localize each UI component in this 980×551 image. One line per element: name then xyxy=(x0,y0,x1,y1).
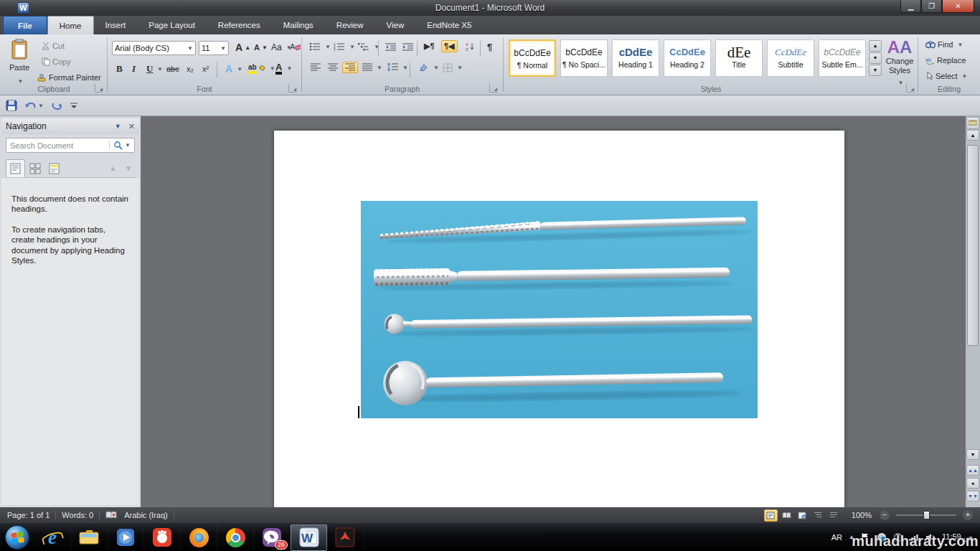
shading-button[interactable]: ▼ xyxy=(415,62,442,74)
font-color-button[interactable]: A ▼ xyxy=(273,61,295,76)
search-icon[interactable] xyxy=(109,141,123,150)
clipboard-dialog-launcher[interactable] xyxy=(95,84,103,93)
restore-button[interactable]: ❐ xyxy=(921,0,942,13)
bullets-button[interactable]: ▼ xyxy=(306,41,334,52)
select-button[interactable]: Select▼ xyxy=(923,70,971,82)
text-effects-button[interactable]: A▼ xyxy=(222,62,245,76)
font-dialog-launcher[interactable] xyxy=(288,84,297,93)
shrink-font-button[interactable]: A▼ xyxy=(251,42,270,53)
styles-dialog-launcher[interactable] xyxy=(906,84,915,93)
page-indicator[interactable]: Page: 1 of 1 xyxy=(7,511,50,519)
styles-scroll-up[interactable]: ▲ xyxy=(869,40,882,52)
sync-tray-icon[interactable] xyxy=(877,532,887,542)
style-heading2[interactable]: CcDdEeHeading 2 xyxy=(664,39,711,77)
justify-button[interactable]: ▼ xyxy=(359,62,385,73)
document-page[interactable] xyxy=(274,131,844,507)
next-heading-arrow[interactable]: ▼ xyxy=(125,164,132,172)
qat-customize-icon[interactable] xyxy=(70,102,78,109)
safely-remove-hardware-icon[interactable] xyxy=(893,532,903,542)
word-count[interactable]: Words: 0 xyxy=(62,511,93,519)
zoom-out-button[interactable]: − xyxy=(880,510,890,520)
nav-pane-close-icon[interactable]: ✕ xyxy=(128,122,135,131)
italic-button[interactable]: I xyxy=(129,62,138,76)
taskbar-windows-explorer[interactable] xyxy=(71,524,108,551)
word-app-icon[interactable]: W xyxy=(17,2,29,14)
start-button[interactable] xyxy=(0,524,34,551)
superscript-button[interactable]: x² xyxy=(199,63,212,75)
underline-dropdown[interactable]: ▼ xyxy=(157,66,163,72)
taskbar-viber[interactable]: 26 xyxy=(254,524,291,551)
line-spacing-button[interactable]: ▼ xyxy=(384,62,411,73)
print-layout-view-button[interactable] xyxy=(764,509,778,522)
search-options-arrow[interactable]: ▼ xyxy=(125,142,131,149)
subscript-button[interactable]: x₂ xyxy=(184,63,197,75)
next-page-button[interactable]: ▼▼ xyxy=(966,491,979,501)
style-title[interactable]: dEeTitle xyxy=(715,39,763,77)
underline-button[interactable]: U xyxy=(143,62,156,76)
copy-button[interactable]: Copy xyxy=(39,56,74,67)
redo-icon[interactable] xyxy=(51,100,62,110)
minimize-button[interactable]: ▁ xyxy=(900,0,921,13)
taskbar-internet-explorer[interactable]: e xyxy=(34,524,71,551)
undo-button[interactable]: ▼ xyxy=(24,100,44,110)
action-center-flag-icon[interactable] xyxy=(861,532,870,542)
font-name-combo[interactable]: Arial (Body CS)▼ xyxy=(112,41,196,55)
undo-dropdown[interactable]: ▼ xyxy=(38,103,44,109)
zoom-slider-thumb[interactable] xyxy=(923,511,930,519)
numbering-button[interactable]: 123▼ xyxy=(331,41,358,52)
tab-home[interactable]: Home xyxy=(47,16,94,34)
tab-mailings[interactable]: Mailings xyxy=(272,16,325,34)
taskbar-gom-player[interactable] xyxy=(144,524,181,551)
bold-button[interactable]: B xyxy=(113,62,126,76)
web-layout-view-button[interactable] xyxy=(796,509,809,522)
search-document-input[interactable]: Search Document ▼ xyxy=(6,138,135,153)
dental-burs-picture[interactable] xyxy=(361,201,758,418)
proofing-status-icon[interactable] xyxy=(105,511,117,519)
zoom-in-button[interactable]: + xyxy=(963,510,973,520)
styles-scroll-down[interactable]: ▼ xyxy=(869,52,882,64)
volume-icon[interactable] xyxy=(925,533,936,542)
taskbar-chrome[interactable] xyxy=(217,524,254,551)
language-bar[interactable]: AR xyxy=(831,533,842,542)
style-heading1[interactable]: cDdEeHeading 1 xyxy=(612,39,659,77)
draft-view-button[interactable] xyxy=(827,509,841,522)
nav-tab-headings[interactable] xyxy=(6,159,25,177)
taskbar-adobe-reader[interactable] xyxy=(327,524,364,551)
strikethrough-button[interactable]: abc xyxy=(164,63,182,75)
tab-view[interactable]: View xyxy=(375,16,416,34)
tab-insert[interactable]: Insert xyxy=(94,16,138,34)
taskbar-word-active[interactable]: W xyxy=(291,524,327,551)
previous-heading-arrow[interactable]: ▲ xyxy=(109,164,116,172)
scrollbar-thumb[interactable] xyxy=(967,145,979,346)
tab-endnote[interactable]: EndNote X5 xyxy=(415,16,483,34)
select-browse-object-button[interactable]: ● xyxy=(966,478,979,489)
language-indicator[interactable]: Arabic (Iraq) xyxy=(124,511,168,519)
paste-button[interactable]: Paste ▼ xyxy=(6,39,33,86)
change-styles-button[interactable]: AA Change Styles ▼ xyxy=(885,38,915,88)
previous-page-button[interactable]: ▲▲ xyxy=(966,465,979,476)
close-button[interactable]: ✕ xyxy=(942,0,974,13)
network-signal-icon[interactable] xyxy=(909,533,919,542)
taskbar-media-player[interactable] xyxy=(108,524,144,551)
zoom-slider[interactable] xyxy=(896,514,956,516)
grow-font-button[interactable]: A▲ xyxy=(232,40,253,55)
align-right-button[interactable] xyxy=(342,62,358,73)
show-hide-marks-button[interactable]: ¶ xyxy=(484,40,495,54)
nav-tab-results[interactable] xyxy=(44,159,64,177)
taskbar-firefox[interactable] xyxy=(181,524,217,551)
borders-button[interactable]: ▼ xyxy=(440,62,466,74)
find-button[interactable]: Find▼ xyxy=(923,39,966,50)
scroll-down-arrow[interactable]: ▼ xyxy=(966,449,979,460)
style-subtle-emphasis[interactable]: bCcDdEeSubtle Em... xyxy=(819,39,866,77)
replace-button[interactable]: ab Replace xyxy=(923,55,969,66)
align-center-button[interactable] xyxy=(325,62,341,73)
align-left-button[interactable] xyxy=(308,62,324,73)
decrease-indent-button[interactable] xyxy=(382,41,399,52)
style-normal[interactable]: bCcDdEe¶ Normal xyxy=(509,39,556,77)
sort-button[interactable]: AZ xyxy=(463,40,478,52)
nav-tab-pages[interactable] xyxy=(25,159,44,177)
zoom-level[interactable]: 100% xyxy=(852,511,872,519)
paste-dropdown[interactable]: ▼ xyxy=(18,78,24,85)
nav-pane-menu-arrow[interactable]: ▼ xyxy=(115,123,121,130)
save-icon[interactable] xyxy=(6,100,17,111)
